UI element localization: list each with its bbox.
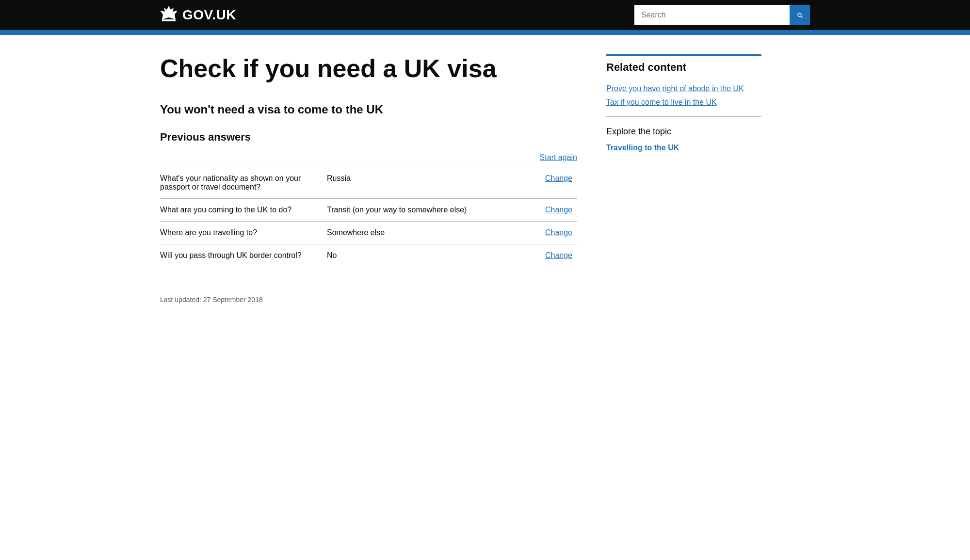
answer-cell: Russia	[327, 167, 494, 198]
change-link[interactable]: Change	[545, 174, 572, 182]
question-cell: What's your nationality as shown on your…	[160, 167, 327, 198]
sidebar: Related content Prove you have right of …	[606, 35, 761, 333]
table-row: Where are you travelling to? Somewhere e…	[160, 221, 577, 244]
answers-table: What's your nationality as shown on your…	[160, 167, 577, 267]
table-row: Will you pass through UK border control?…	[160, 244, 577, 267]
answer-cell: Transit (on your way to somewhere else)	[327, 198, 494, 221]
last-updated: Last updated: 27 September 2018	[160, 296, 577, 304]
answer-cell: No	[327, 244, 494, 267]
gov-logo-text: GOV.UK	[182, 7, 236, 23]
change-link[interactable]: Change	[545, 251, 572, 259]
related-link[interactable]: Prove you have right of abode in the UK	[606, 84, 744, 93]
crown-icon	[160, 6, 178, 24]
question-cell: Will you pass through UK border control?	[160, 244, 327, 267]
explore-topic-section: Explore the topic Travelling to the UK	[606, 127, 761, 152]
previous-answers-title: Previous answers	[160, 131, 577, 144]
page-title: Check if you need a UK visa	[160, 54, 577, 83]
search-input[interactable]	[634, 5, 790, 25]
related-links: Prove you have right of abode in the UKT…	[606, 84, 761, 107]
related-content-title: Related content	[606, 54, 761, 79]
main-content: Check if you need a UK visa You won't ne…	[160, 35, 577, 333]
change-cell: Change	[494, 198, 577, 221]
result-heading: You won't need a visa to come to the UK	[160, 103, 577, 116]
related-link[interactable]: Tax if you come to live in the UK	[606, 98, 717, 106]
start-again-link[interactable]: Start again	[540, 153, 577, 162]
svg-rect-0	[162, 19, 176, 21]
explore-link[interactable]: Travelling to the UK	[606, 144, 679, 152]
gov-logo[interactable]: GOV.UK	[160, 6, 236, 24]
change-link[interactable]: Change	[545, 228, 572, 237]
explore-topic-title: Explore the topic	[606, 127, 761, 137]
search-form	[634, 5, 810, 25]
main-wrapper: Check if you need a UK visa You won't ne…	[146, 35, 824, 333]
sidebar-divider	[606, 116, 761, 117]
change-link[interactable]: Change	[545, 206, 572, 214]
related-content-section: Related content Prove you have right of …	[606, 54, 761, 107]
blue-bar	[0, 30, 970, 35]
table-row: What's your nationality as shown on your…	[160, 167, 577, 198]
list-item: Prove you have right of abode in the UK	[606, 84, 761, 93]
site-header: GOV.UK	[0, 0, 970, 30]
search-icon	[796, 10, 803, 20]
list-item: Travelling to the UK	[606, 144, 761, 152]
change-cell: Change	[494, 221, 577, 244]
change-cell: Change	[494, 244, 577, 267]
search-button[interactable]	[790, 5, 810, 25]
question-cell: What are you coming to the UK to do?	[160, 198, 327, 221]
list-item: Tax if you come to live in the UK	[606, 98, 761, 107]
explore-links: Travelling to the UK	[606, 144, 761, 152]
answer-cell: Somewhere else	[327, 221, 494, 244]
table-row: What are you coming to the UK to do? Tra…	[160, 198, 577, 221]
question-cell: Where are you travelling to?	[160, 221, 327, 244]
start-again-row: Start again	[160, 153, 577, 162]
change-cell: Change	[494, 167, 577, 198]
